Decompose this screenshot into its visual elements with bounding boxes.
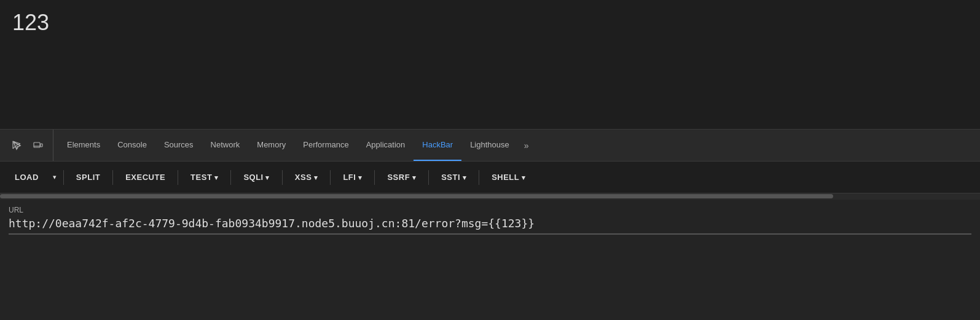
shell-button[interactable]: SHELL [483,169,534,185]
execute-button[interactable]: EXECUTE [117,169,174,185]
svg-rect-8 [34,142,40,147]
toolbar-divider-2 [112,170,113,185]
devtools-panel: Elements Console Sources Network Memory … [0,129,980,320]
page-number: 123 [12,10,49,35]
load-button[interactable]: LOAD [6,169,47,185]
toolbar-divider-7 [374,170,375,185]
toolbar-divider-3 [178,170,178,185]
toolbar-divider-1 [63,170,64,185]
tab-lighthouse[interactable]: Lighthouse [461,130,518,161]
tab-sources[interactable]: Sources [155,130,202,161]
toolbar-divider-6 [330,170,331,185]
device-icon[interactable] [29,137,47,154]
tab-performance[interactable]: Performance [294,130,357,161]
cursor-icon[interactable] [9,137,26,154]
tab-application[interactable]: Application [358,130,414,161]
tab-elements[interactable]: Elements [58,130,109,161]
url-value[interactable]: http://0eaa742f-af2c-4779-9d4b-fab0934b9… [9,217,971,230]
ssti-button[interactable]: SSTI [433,169,475,185]
svg-line-2 [13,146,15,149]
hackbar-scrollbar[interactable] [0,193,980,200]
split-button[interactable]: SPLIT [68,169,109,185]
url-underline [9,233,971,235]
scrollbar-thumb[interactable] [0,194,833,198]
toolbar-divider-4 [230,170,231,185]
load-arrow-button[interactable]: ▾ [50,170,60,185]
toolbar-divider-9 [479,170,479,185]
toolbar-divider-8 [428,170,429,185]
sqli-button[interactable]: SQLI [235,169,278,185]
url-area: URL http://0eaa742f-af2c-4779-9d4b-fab09… [0,200,980,320]
tab-memory[interactable]: Memory [248,130,294,161]
devtools-tab-bar: Elements Console Sources Network Memory … [0,130,980,162]
tab-hackbar[interactable]: HackBar [414,130,461,161]
toolbar-divider-5 [282,170,283,185]
ssrf-button[interactable]: SSRF [378,169,425,185]
hackbar-toolbar: LOAD ▾ SPLIT EXECUTE TEST SQLI XSS LFI S… [0,162,980,193]
xss-button[interactable]: XSS [286,169,327,185]
svg-rect-9 [41,144,42,147]
devtools-icon-group [2,130,53,161]
tab-more-button[interactable]: » [518,130,535,161]
tab-console[interactable]: Console [109,130,155,161]
test-button[interactable]: TEST [182,169,227,185]
url-label: URL [9,206,971,214]
lfi-button[interactable]: LFI [334,169,370,185]
tab-network[interactable]: Network [202,130,249,161]
page-content: 123 [0,0,980,129]
